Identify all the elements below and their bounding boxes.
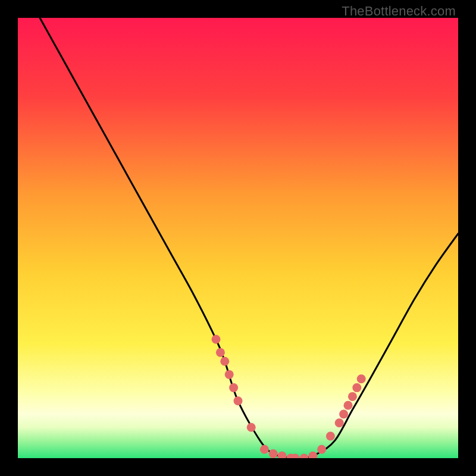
threshold-dot [247, 423, 256, 432]
threshold-dot [225, 370, 234, 379]
gradient-background [18, 18, 458, 458]
threshold-dot [352, 383, 361, 392]
threshold-dot [260, 445, 269, 454]
threshold-dot [344, 401, 353, 410]
threshold-dot [335, 418, 344, 427]
threshold-dot [212, 335, 221, 344]
threshold-dot [269, 449, 278, 458]
threshold-dot [216, 348, 225, 357]
threshold-dot [339, 410, 348, 419]
threshold-dot [220, 357, 229, 366]
threshold-dot [357, 374, 366, 383]
watermark-text: TheBottleneck.com [342, 4, 456, 19]
chart-svg [18, 18, 458, 458]
threshold-dot [234, 396, 243, 405]
threshold-dot [326, 432, 335, 441]
threshold-dot [348, 392, 357, 401]
threshold-dot [229, 383, 238, 392]
threshold-dot [317, 445, 326, 454]
chart-frame [18, 18, 458, 458]
